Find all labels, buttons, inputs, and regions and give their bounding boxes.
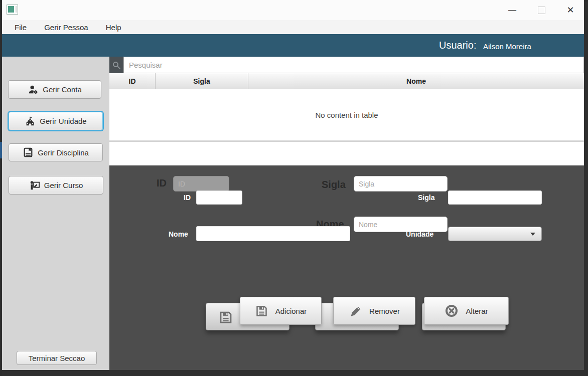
ghost-sigla-field[interactable] xyxy=(354,176,448,192)
sidebar-button-gerir-disciplina[interactable]: Gerir Disciplina xyxy=(9,143,103,161)
search-input[interactable] xyxy=(123,57,584,73)
app-window-icon xyxy=(7,5,18,15)
sidebar-button-gerir-conta[interactable]: Gerir Conta xyxy=(8,80,101,99)
id-field[interactable] xyxy=(196,191,242,205)
menu-file[interactable]: File xyxy=(9,20,32,34)
book-icon xyxy=(23,147,34,158)
table-header: ID Sigla Nome xyxy=(109,73,584,89)
id-label: ID xyxy=(184,194,191,202)
sidebar-button-label: Gerir Curso xyxy=(44,181,83,190)
user-header-band: Usuario: Ailson Moreira xyxy=(2,34,584,57)
sidebar: Gerir Conta Gerir Unidade Gerir Discipli… xyxy=(2,57,109,370)
teacher-board-icon xyxy=(29,180,40,191)
maximize-icon xyxy=(538,7,545,14)
cancel-circle-icon xyxy=(445,304,459,318)
nome-label: Nome xyxy=(169,230,188,238)
sidebar-button-label: Gerir Disciplina xyxy=(38,148,89,157)
alterar-label: Alterar xyxy=(466,307,488,315)
adicionar-label: Adicionar xyxy=(275,307,307,315)
nome-field[interactable] xyxy=(196,226,350,241)
column-header-id[interactable]: ID xyxy=(109,73,156,89)
chevron-down-icon xyxy=(530,233,535,236)
unidade-combobox[interactable] xyxy=(448,227,542,241)
ghost-sigla-label: Sigla xyxy=(322,179,346,191)
sidebar-button-label: Gerir Unidade xyxy=(40,117,86,125)
adicionar-button[interactable]: Adicionar xyxy=(240,297,322,325)
app-window: — ✕ File Gerir Pessoa Help Usuario: Ails… xyxy=(0,0,588,376)
sigla-field[interactable] xyxy=(448,191,542,205)
alterar-button[interactable]: Alterar xyxy=(424,297,509,325)
ghost-id-label: ID xyxy=(157,177,167,189)
table-body[interactable]: No content in table xyxy=(109,89,584,141)
terminar-seccao-label: Terminar Seccao xyxy=(29,354,85,362)
search-icon xyxy=(112,61,121,70)
terminar-seccao-button[interactable]: Terminar Seccao xyxy=(17,351,97,365)
user-name: Ailson Moreira xyxy=(483,42,531,51)
menu-gerir-pessoa[interactable]: Gerir Pessoa xyxy=(39,20,94,34)
close-button[interactable]: ✕ xyxy=(559,0,582,20)
column-header-sigla[interactable]: Sigla xyxy=(156,73,248,89)
table-empty-placeholder: No content in table xyxy=(315,111,378,119)
save-floppy-icon xyxy=(255,304,268,318)
school-icon xyxy=(25,116,36,127)
remover-label: Remover xyxy=(369,307,400,315)
user-label: Usuario: xyxy=(439,40,476,51)
save-floppy-icon xyxy=(218,310,233,325)
edit-pencil-icon xyxy=(349,304,362,318)
remover-button[interactable]: Remover xyxy=(333,297,415,325)
column-header-nome[interactable]: Nome xyxy=(248,73,584,89)
sidebar-button-gerir-curso[interactable]: Gerir Curso xyxy=(9,176,103,195)
table-footer-strip xyxy=(109,141,584,165)
minimize-button[interactable]: — xyxy=(501,0,524,20)
user-gear-icon xyxy=(28,84,39,95)
menu-help[interactable]: Help xyxy=(100,20,127,34)
maximize-button[interactable] xyxy=(530,0,553,20)
unidade-label: Unidade xyxy=(406,230,433,238)
sidebar-button-label: Gerir Conta xyxy=(43,85,82,94)
search-icon-box xyxy=(109,57,123,73)
title-bar xyxy=(2,0,584,20)
ghost-id-field xyxy=(173,176,229,192)
sidebar-button-gerir-unidade[interactable]: Gerir Unidade xyxy=(9,112,103,130)
sigla-label: Sigla xyxy=(418,194,434,202)
menu-bar: File Gerir Pessoa Help xyxy=(2,20,584,34)
